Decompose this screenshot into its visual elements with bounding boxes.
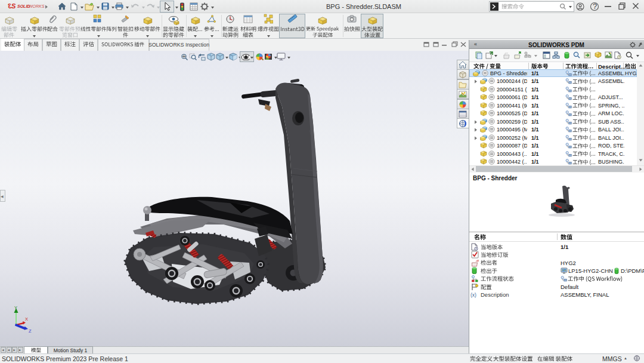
svg-text:S: S — [11, 2, 16, 10]
svg-text:(x): (x) — [470, 292, 476, 298]
svg-text:X: X — [25, 316, 28, 322]
svg-text:Y: Y — [14, 306, 17, 310]
svg-text:Z: Z — [29, 328, 32, 333]
svg-text:WORKS: WORKS — [29, 4, 45, 8]
